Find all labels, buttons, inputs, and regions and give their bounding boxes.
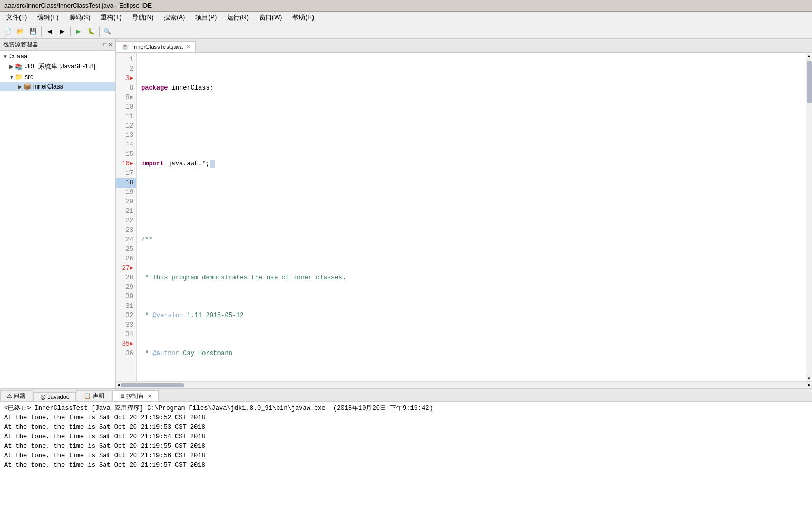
menu-help[interactable]: 帮助(H) [288, 12, 318, 23]
menu-refactor[interactable]: 重构(T) [96, 12, 125, 23]
ln-10: 10 [116, 102, 136, 112]
code-line-9: /** [141, 235, 806, 244]
menu-search[interactable]: 搜索(A) [160, 12, 189, 23]
menu-run[interactable]: 运行(R) [223, 12, 253, 23]
ln-33: 33 [116, 320, 136, 330]
code-line-3: import java.awt.*; [141, 159, 806, 169]
ln-24: 24 [116, 235, 136, 244]
ln-18: 18 [116, 178, 136, 188]
project-icon: 🗂 [8, 53, 15, 60]
sidebar-content: ▼ 🗂 aaa ▶ 📚 JRE 系统库 [JavaSE-1.8] ▼ 📁 src [0, 51, 115, 388]
ln-2: 2 [116, 64, 136, 74]
ln-36: 36 [116, 349, 136, 358]
toolbar-run[interactable]: ▶ [73, 26, 84, 37]
toolbar-forward[interactable]: ▶ [56, 26, 68, 37]
ln-29: 29 [116, 282, 136, 292]
console-line-1: At the tone, the time is Sat Oct 20 21:1… [4, 423, 808, 432]
bottom-panel: ⚠ 问题 @ Javadoc 📋 声明 🖥 控制台 ✕ <已终止> InnerC… [0, 388, 812, 509]
editor-tab-close[interactable]: ✕ [186, 44, 190, 50]
toolbar-back[interactable]: ◀ [44, 26, 55, 37]
bottom-tab-console-close[interactable]: ✕ [148, 394, 152, 399]
toolbar-debug[interactable]: 🐛 [85, 26, 97, 37]
arrow-innerclass: ▶ [17, 84, 23, 90]
arrow-src: ▼ [8, 74, 15, 80]
ln-25: 25 [116, 244, 136, 254]
editor-tab-main[interactable]: ☕ InnerClassTest.java ✕ [116, 41, 196, 52]
code-line-1: package innerClass; [141, 83, 806, 93]
console-line-2: At the tone, the time is Sat Oct 20 21:1… [4, 432, 808, 442]
h-scroll-right[interactable]: ▶ [807, 382, 812, 388]
tree-item-src[interactable]: ▼ 📁 src [0, 72, 115, 82]
menu-file[interactable]: 文件(F) [2, 12, 31, 23]
arrow-jre: ▶ [8, 64, 15, 70]
ln-27: 27► [116, 263, 136, 273]
code-line-10: * This program demonstrates the use of i… [141, 273, 806, 282]
tree-item-aaa[interactable]: ▼ 🗂 aaa [0, 52, 115, 61]
h-scroll-track [121, 383, 807, 387]
ln-17: 17 [116, 169, 136, 178]
code-line-2 [141, 121, 806, 131]
ln-31: 31 [116, 301, 136, 311]
sidebar-maximize-icon[interactable]: □ [103, 42, 106, 47]
console-line-4: At the tone, the time is Sat Oct 20 21:1… [4, 451, 808, 461]
h-scroll-left[interactable]: ◀ [116, 382, 121, 388]
ln-1: 1 [116, 55, 136, 64]
menu-window[interactable]: 窗口(W) [255, 12, 286, 23]
editor-tab-label: InnerClassTest.java [132, 44, 183, 50]
toolbar-separator-2 [70, 26, 71, 37]
bottom-tabs: ⚠ 问题 @ Javadoc 📋 声明 🖥 控制台 ✕ [0, 389, 812, 402]
ln-28: 28 [116, 273, 136, 282]
ln-30: 30 [116, 292, 136, 301]
ln-13: 13 [116, 131, 136, 140]
menu-source[interactable]: 源码(S) [65, 12, 94, 23]
ln-32: 32 [116, 311, 136, 320]
ln-20: 20 [116, 197, 136, 207]
tree-label-innerclass: innerClass [33, 83, 63, 90]
sidebar-header: 包资源管理器 _ □ ✕ [0, 39, 115, 51]
ln-3: 3► [116, 74, 136, 83]
console-line-5: At the tone, the time is Sat Oct 20 21:1… [4, 461, 808, 470]
bottom-tab-javadoc[interactable]: @ Javadoc [33, 392, 76, 401]
title-text: aaa/src/innerClass/InnerClassTest.java -… [4, 2, 152, 9]
ln-9: 9► [116, 93, 136, 102]
h-scroll-thumb[interactable] [121, 383, 184, 387]
console-content: <已终止> InnerClassTest [Java 应用程序] C:\Prog… [0, 402, 812, 509]
code-content[interactable]: package innerClass; import java.awt.*; /… [137, 53, 806, 381]
toolbar-open[interactable]: 📂 [15, 26, 26, 37]
sidebar-header-icons: _ □ ✕ [99, 42, 112, 47]
toolbar-search[interactable]: 🔍 [102, 26, 113, 37]
menu-edit[interactable]: 编辑(E) [33, 12, 63, 23]
line-numbers: 1 2 3► 8 9► 10 11 12 13 14 15 16► 17 18 … [116, 53, 137, 381]
ln-12: 12 [116, 121, 136, 131]
ln-22: 22 [116, 216, 136, 226]
src-icon: 📁 [15, 73, 23, 81]
menu-project[interactable]: 项目(P) [191, 12, 221, 23]
ln-35: 35► [116, 339, 136, 349]
scroll-up-arrow[interactable]: ▲ [806, 53, 813, 59]
bottom-tab-declaration[interactable]: 📋 声明 [77, 390, 111, 401]
bottom-tab-problems[interactable]: ⚠ 问题 [0, 390, 32, 401]
toolbar-new[interactable]: 📄 [2, 26, 14, 37]
editor-area: ☕ InnerClassTest.java ✕ 1 2 3► 8 9► 10 1… [116, 39, 812, 388]
sidebar-close-icon[interactable]: ✕ [108, 42, 112, 47]
console-line-3: At the tone, the time is Sat Oct 20 21:1… [4, 442, 808, 451]
work-area: 包资源管理器 _ □ ✕ ▼ 🗂 aaa ▶ 📚 JRE 系统 [0, 39, 812, 388]
tree-item-innerclass[interactable]: ▶ 📦 innerClass [0, 82, 115, 91]
h-scrollbar: ◀ ▶ [116, 381, 812, 388]
ln-8: 8 [116, 83, 136, 93]
tree-item-jre[interactable]: ▶ 📚 JRE 系统库 [JavaSE-1.8] [0, 61, 115, 72]
ln-26: 26 [116, 254, 136, 263]
bottom-tab-problems-label: 问题 [14, 393, 25, 399]
toolbar-save[interactable]: 💾 [27, 26, 39, 37]
scroll-down-arrow[interactable]: ▼ [806, 375, 813, 381]
ln-19: 19 [116, 188, 136, 197]
menu-navigate[interactable]: 导航(N) [128, 12, 158, 23]
scroll-thumb[interactable] [807, 61, 812, 103]
bottom-tab-console-label: 控制台 [126, 393, 144, 399]
ln-23: 23 [116, 226, 136, 235]
arrow-aaa: ▼ [2, 54, 8, 60]
sidebar-minimize-icon[interactable]: _ [99, 42, 102, 47]
sidebar: 包资源管理器 _ □ ✕ ▼ 🗂 aaa ▶ 📚 JRE 系统 [0, 39, 116, 388]
bottom-tab-console[interactable]: 🖥 控制台 ✕ [112, 390, 159, 401]
console-line-0: At the tone, the time is Sat Oct 20 21:1… [4, 413, 808, 423]
